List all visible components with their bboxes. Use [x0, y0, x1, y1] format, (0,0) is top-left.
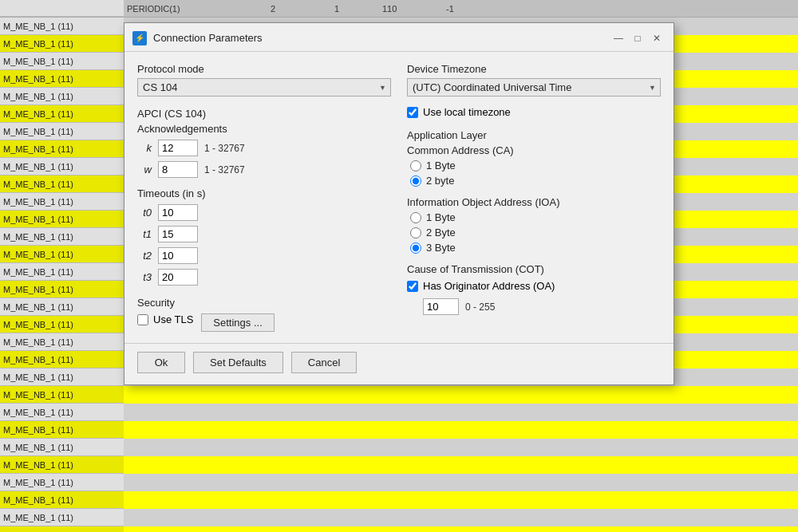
header-col2: PERIODIC(1)	[124, 0, 267, 17]
bg-cell-label-14: M_ME_NB_1 (11)	[0, 263, 124, 281]
bg-cell-label-27: M_ME_NB_1 (11)	[0, 491, 124, 509]
t1-input[interactable]	[158, 226, 198, 242]
use-tls-checkbox[interactable]	[137, 314, 148, 325]
apci-section: APCI (CS 104) Acknowledgements k 1 - 327…	[137, 108, 391, 178]
use-local-timezone-row: Use local timezone	[407, 106, 661, 118]
w-input[interactable]	[158, 161, 198, 178]
bg-cell-label-24: M_ME_NB_1 (11)	[0, 439, 124, 456]
ioa-2byte-radio[interactable]	[410, 227, 421, 238]
has-originator-checkbox[interactable]	[407, 281, 418, 292]
cot-value-input[interactable]	[423, 298, 459, 315]
application-layer-title: Application Layer	[407, 129, 661, 141]
dialog-footer: Ok Set Defaults Cancel	[124, 343, 674, 384]
bg-cell-label-2: M_ME_NB_1 (11)	[0, 53, 124, 70]
bg-row-22: M_ME_NB_1 (11)	[0, 404, 798, 421]
bg-cell-label-18: M_ME_NB_1 (11)	[0, 333, 124, 351]
bg-cell-label-25: M_ME_NB_1 (11)	[0, 456, 124, 474]
ok-button[interactable]: Ok	[137, 352, 185, 373]
maximize-button[interactable]: □	[629, 30, 646, 47]
bg-cell-label-9: M_ME_NB_1 (11)	[0, 175, 124, 193]
protocol-mode-select[interactable]: CS 104	[137, 78, 391, 97]
ca-1byte-radio[interactable]	[410, 160, 421, 171]
k-row: k 1 - 32767	[137, 140, 391, 156]
bg-cell-label-15: M_ME_NB_1 (11)	[0, 281, 124, 298]
w-row: w 1 - 32767	[137, 161, 391, 178]
ioa-3byte-radio[interactable]	[410, 242, 421, 254]
t1-label: t1	[137, 228, 152, 240]
has-originator-label: Has Originator Address (OA)	[423, 280, 555, 292]
t0-input[interactable]	[158, 204, 198, 221]
ioa-group: Information Object Address (IOA) 1 Byte …	[407, 196, 661, 254]
apci-title: APCI (CS 104)	[137, 108, 391, 120]
bg-row-25: M_ME_NB_1 (11)	[0, 456, 798, 474]
protocol-mode-wrapper: CS 104	[137, 78, 391, 97]
bg-row-28: M_ME_NB_1 (11)	[0, 509, 798, 526]
ioa-2byte-row: 2 Byte	[410, 227, 661, 238]
ioa-2byte-label: 2 Byte	[426, 227, 456, 238]
bg-cell-label-12: M_ME_NB_1 (11)	[0, 228, 124, 246]
t0-label: t0	[137, 207, 152, 219]
ca-2byte-radio[interactable]	[410, 175, 421, 187]
bg-cell-label-28: M_ME_NB_1 (11)	[0, 509, 124, 526]
t2-row: t2	[137, 247, 391, 264]
use-local-timezone-checkbox[interactable]	[407, 107, 418, 118]
header-col3: 2	[267, 0, 331, 17]
t1-row: t1	[137, 226, 391, 242]
bg-row-29: M_ME_NB_1 (11)	[0, 526, 798, 532]
k-input[interactable]	[158, 140, 198, 156]
bg-cell-label-4: M_ME_NB_1 (11)	[0, 88, 124, 105]
set-defaults-button[interactable]: Set Defaults	[193, 352, 283, 373]
t0-row: t0	[137, 204, 391, 221]
ca-2byte-row: 2 byte	[410, 175, 661, 187]
cot-section: Cause of Transmission (COT) Has Originat…	[407, 263, 661, 315]
bg-row-21: M_ME_NB_1 (11)	[0, 386, 798, 404]
minimize-button[interactable]: —	[610, 30, 627, 47]
w-label: w	[137, 164, 152, 175]
t3-input[interactable]	[158, 269, 198, 286]
security-section: Security Use TLS Settings ...	[137, 297, 391, 332]
use-local-timezone-label: Use local timezone	[423, 106, 511, 118]
bg-cell-label-11: M_ME_NB_1 (11)	[0, 211, 124, 228]
header-col6: -1	[443, 0, 491, 17]
protocol-mode-label: Protocol mode	[137, 63, 391, 75]
ioa-1byte-label: 1 Byte	[426, 211, 456, 223]
settings-button[interactable]: Settings ...	[201, 313, 274, 332]
device-timezone-label: Device Timezone	[407, 63, 661, 75]
header-col4: 1	[331, 0, 379, 17]
bg-row-27: M_ME_NB_1 (11)	[0, 491, 798, 509]
close-button[interactable]: ✕	[648, 30, 666, 47]
bg-cell-label-0: M_ME_NB_1 (11)	[0, 18, 124, 35]
right-panel: Device Timezone (UTC) Coordinated Univer…	[407, 63, 661, 332]
ioa-1byte-radio[interactable]	[410, 212, 421, 223]
security-row: Use TLS Settings ...	[137, 313, 391, 332]
timeouts-section: Timeouts (in s) t0 t1 t2 t3	[137, 187, 391, 286]
ca-1byte-row: 1 Byte	[410, 160, 661, 171]
device-timezone-select[interactable]: (UTC) Coordinated Universal Time	[407, 78, 661, 97]
security-title: Security	[137, 297, 391, 309]
ioa-3byte-row: 3 Byte	[410, 242, 661, 254]
acknowledgements-title: Acknowledgements	[137, 123, 391, 135]
bg-row-23: M_ME_NB_1 (11)	[0, 421, 798, 439]
device-timezone-wrapper: (UTC) Coordinated Universal Time	[407, 78, 661, 97]
timeouts-title: Timeouts (in s)	[137, 187, 391, 199]
header-col1	[0, 0, 124, 17]
bg-cell-label-19: M_ME_NB_1 (11)	[0, 351, 124, 368]
cot-range: 0 - 255	[465, 301, 495, 313]
bg-cell-label-1: M_ME_NB_1 (11)	[0, 35, 124, 53]
bg-cell-label-20: M_ME_NB_1 (11)	[0, 368, 124, 386]
dialog-title: Connection Parameters	[153, 32, 608, 44]
bg-cell-label-23: M_ME_NB_1 (11)	[0, 421, 124, 439]
bg-cell-label-22: M_ME_NB_1 (11)	[0, 404, 124, 421]
ioa-title: Information Object Address (IOA)	[407, 196, 661, 208]
bg-cell-label-7: M_ME_NB_1 (11)	[0, 140, 124, 158]
t2-input[interactable]	[158, 247, 198, 264]
bg-cell-label-8: M_ME_NB_1 (11)	[0, 158, 124, 175]
bg-cell-label-13: M_ME_NB_1 (11)	[0, 246, 124, 263]
common-address-title: Common Address (CA)	[407, 144, 661, 156]
cancel-button[interactable]: Cancel	[291, 352, 357, 373]
dialog-title-bar: ⚡ Connection Parameters — □ ✕	[124, 23, 674, 52]
bg-cell-label-6: M_ME_NB_1 (11)	[0, 123, 124, 140]
use-tls-row: Use TLS	[137, 313, 193, 325]
header-row: PERIODIC(1) 2 1 110 -1	[0, 0, 798, 18]
bg-cell-label-10: M_ME_NB_1 (11)	[0, 193, 124, 211]
